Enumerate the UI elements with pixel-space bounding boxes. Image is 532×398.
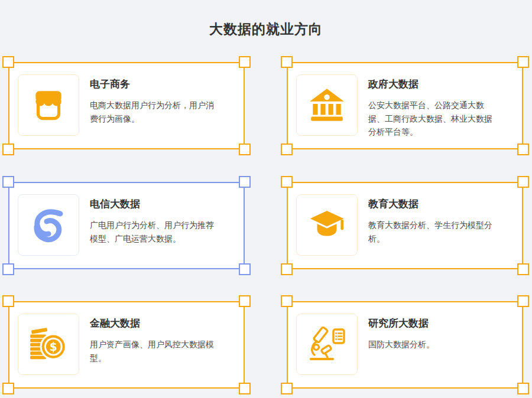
card-description: 公安大数据平台、公路交通大数据、工商行政大数据、林业大数据分析平台等。 xyxy=(368,99,496,139)
corner-handle xyxy=(2,56,14,68)
card-icon-tile: $ xyxy=(18,314,79,375)
corner-handle xyxy=(517,143,529,155)
card-title: 教育大数据 xyxy=(368,197,510,211)
svg-text:$: $ xyxy=(50,341,57,353)
corner-handle xyxy=(281,143,293,155)
card-icon-tile xyxy=(296,314,358,375)
page-title: 大数据的就业方向 xyxy=(0,20,532,38)
corner-handle xyxy=(517,383,529,394)
graduation-cap-icon xyxy=(306,207,348,243)
corner-handle xyxy=(2,263,14,275)
corner-handle xyxy=(239,383,251,394)
card-icon-tile xyxy=(296,194,358,256)
card-text: 电子商务 电商大数据用户行为分析，用户消费行为画像。 xyxy=(90,77,232,125)
corner-handle xyxy=(281,56,293,68)
card-description: 用户资产画像、用户风控大数据模型。 xyxy=(90,338,218,364)
card-government[interactable]: 政府大数据 公安大数据平台、公路交通大数据、工商行政大数据、林业大数据分析平台等… xyxy=(287,62,523,149)
card-education[interactable]: 教育大数据 教育大数据分析、学生行为模型分析。 xyxy=(287,182,523,269)
storefront-icon xyxy=(29,86,68,125)
corner-handle xyxy=(239,143,251,155)
corner-handle xyxy=(517,176,529,188)
card-title: 电子商务 xyxy=(90,77,232,91)
card-title: 金融大数据 xyxy=(90,317,232,330)
corner-handle xyxy=(281,263,293,275)
corner-handle xyxy=(2,295,14,307)
corner-handle xyxy=(2,143,14,155)
corner-handle xyxy=(281,176,293,188)
coins-dollar-icon: $ xyxy=(28,325,69,364)
card-description: 教育大数据分析、学生行为模型分析。 xyxy=(368,218,496,245)
card-text: 金融大数据 用户资产画像、用户风控大数据模型。 xyxy=(90,317,232,364)
card-research[interactable]: 研究所大数据 国防大数据分析。 xyxy=(287,301,523,389)
corner-handle xyxy=(2,383,14,394)
page: { "page": { "title": "大数据的就业方向" }, "colo… xyxy=(0,0,532,398)
card-telecom[interactable]: 电信大数据 广电用户行为分析、用户行为推荐模型、广电运营大数据。 xyxy=(8,182,245,269)
card-title: 政府大数据 xyxy=(368,77,510,91)
card-text: 教育大数据 教育大数据分析、学生行为模型分析。 xyxy=(368,197,510,245)
corner-handle xyxy=(239,263,251,275)
corner-handle xyxy=(2,176,14,188)
corner-handle xyxy=(517,263,529,275)
card-ecommerce[interactable]: 电子商务 电商大数据用户行为分析，用户消费行为画像。 xyxy=(8,62,245,149)
card-icon-tile xyxy=(18,74,79,136)
card-description: 国防大数据分析。 xyxy=(368,338,496,351)
card-text: 电信大数据 广电用户行为分析、用户行为推荐模型、广电运营大数据。 xyxy=(90,197,232,245)
card-description: 电商大数据用户行为分析，用户消费行为画像。 xyxy=(90,99,218,125)
card-text: 研究所大数据 国防大数据分析。 xyxy=(368,317,510,351)
microscope-icon xyxy=(306,325,348,364)
corner-handle xyxy=(281,295,293,307)
card-title: 电信大数据 xyxy=(90,197,232,211)
corner-handle xyxy=(281,383,293,394)
corner-handle xyxy=(517,295,529,307)
card-text: 政府大数据 公安大数据平台、公路交通大数据、工商行政大数据、林业大数据分析平台等… xyxy=(368,77,510,139)
bank-building-icon xyxy=(307,86,346,125)
corner-handle xyxy=(239,295,251,307)
card-icon-tile xyxy=(296,74,358,136)
card-finance[interactable]: $ 金融大数据 用户资产画像、用户风控大数据模型。 xyxy=(8,301,245,389)
card-title: 研究所大数据 xyxy=(368,317,510,330)
corner-handle xyxy=(239,56,251,68)
telecom-logo-icon xyxy=(30,206,67,244)
card-icon-tile xyxy=(18,194,79,256)
card-description: 广电用户行为分析、用户行为推荐模型、广电运营大数据。 xyxy=(90,218,218,245)
corner-handle xyxy=(239,176,251,188)
corner-handle xyxy=(517,56,529,68)
